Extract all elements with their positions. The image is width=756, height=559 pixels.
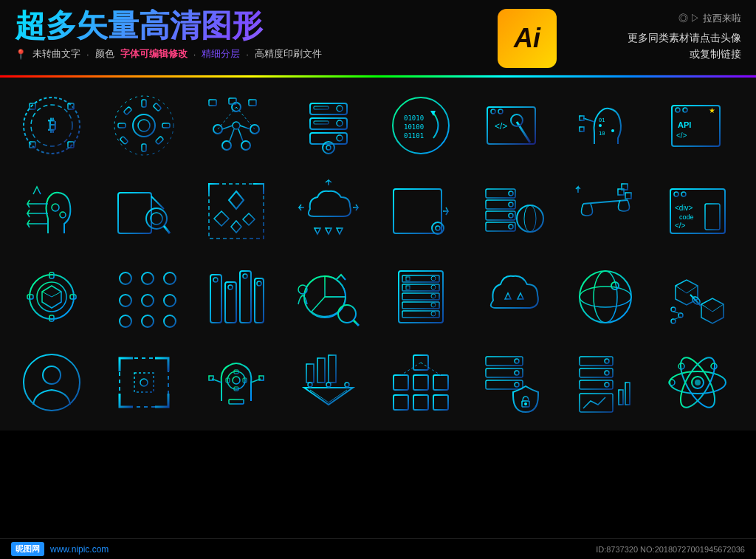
icon-gear-cube: [11, 256, 92, 337]
svg-rect-11: [118, 123, 126, 128]
svg-point-17: [114, 96, 173, 155]
svg-point-230: [140, 379, 148, 386]
svg-text:API: API: [678, 120, 691, 129]
svg-rect-229: [134, 373, 154, 392]
svg-rect-281: [625, 383, 630, 405]
svg-rect-97: [394, 189, 441, 233]
svg-rect-168: [225, 282, 236, 323]
svg-line-61: [583, 118, 594, 122]
svg-point-172: [228, 285, 233, 289]
svg-point-193: [431, 312, 436, 316]
header: 超多矢量高清图形 📍 未转曲文字 · 颜色 字体可编辑修改 · 精细分层 · 高…: [0, 0, 756, 75]
svg-point-277: [605, 371, 609, 375]
svg-rect-275: [580, 380, 613, 389]
svg-point-249: [345, 383, 349, 387]
svg-line-264: [421, 363, 441, 375]
svg-point-190: [431, 285, 436, 289]
svg-point-147: [142, 272, 154, 284]
svg-line-145: [52, 292, 61, 297]
icon-link-cubes: [657, 256, 738, 337]
svg-point-7: [133, 114, 155, 137]
svg-marker-88: [214, 211, 229, 226]
svg-point-225: [43, 366, 61, 384]
icon-cloud-data: [288, 171, 369, 252]
icon-balance-scale: [565, 171, 646, 252]
subtitle-text2: 颜色: [95, 47, 114, 61]
svg-rect-254: [394, 395, 408, 410]
svg-point-146: [120, 272, 131, 284]
svg-point-191: [431, 294, 436, 298]
svg-rect-108: [486, 222, 515, 231]
svg-rect-256: [433, 395, 448, 410]
icon-api-code: ★ API </>: [657, 85, 738, 166]
header-right-info: 更多同类素材请点击头像或复制链接: [579, 30, 741, 63]
svg-point-149: [120, 295, 131, 306]
svg-point-38: [337, 120, 343, 126]
subtitle-row: 📍 未转曲文字 · 颜色 字体可编辑修改 · 精细分层 · 高精度印刷文件: [15, 47, 475, 61]
svg-point-69: [676, 108, 680, 112]
svg-marker-90: [231, 221, 241, 233]
svg-rect-16: [155, 136, 163, 144]
dot1: ·: [86, 49, 89, 60]
svg-point-37: [337, 106, 343, 112]
svg-rect-244: [317, 358, 325, 383]
icon-spreadsheet-gear: [380, 171, 461, 252]
svg-point-173: [243, 274, 247, 278]
svg-rect-228: [120, 358, 168, 407]
svg-point-127: [681, 192, 686, 196]
pin-icon: 📍: [15, 49, 27, 60]
icon-network-squares: [380, 342, 461, 423]
svg-rect-243: [306, 364, 314, 383]
svg-point-112: [509, 224, 513, 229]
svg-rect-170: [255, 278, 264, 323]
svg-point-151: [164, 295, 176, 306]
svg-line-85: [151, 196, 164, 209]
svg-line-215: [701, 304, 712, 312]
svg-point-148: [164, 272, 176, 284]
svg-point-43: [326, 145, 331, 150]
svg-point-76: [60, 212, 66, 218]
svg-marker-87: [229, 191, 244, 209]
svg-line-212: [687, 286, 698, 293]
svg-rect-122: [625, 193, 631, 199]
svg-line-25: [222, 126, 233, 129]
svg-rect-274: [580, 368, 613, 377]
right-top-text: ◎ ▷ 拉西来啦: [678, 12, 741, 25]
icon-server-gear: [288, 85, 369, 166]
svg-point-59: [599, 124, 602, 127]
svg-point-174: [257, 281, 261, 286]
svg-point-269: [515, 371, 519, 375]
svg-line-26: [240, 126, 250, 129]
svg-line-28: [238, 129, 243, 141]
svg-point-232: [227, 371, 245, 389]
svg-rect-255: [413, 395, 428, 410]
svg-text:01: 01: [599, 117, 605, 123]
svg-rect-15: [120, 136, 128, 144]
svg-rect-31: [209, 100, 216, 106]
svg-rect-106: [486, 200, 515, 209]
svg-point-104: [436, 226, 440, 230]
ai-logo-text: Ai: [514, 25, 540, 52]
svg-point-189: [431, 276, 436, 281]
svg-line-263: [401, 363, 421, 375]
svg-point-272: [524, 402, 527, 405]
icon-globe-globe: [565, 256, 646, 337]
icon-blockchain-network: [103, 256, 185, 337]
icon-ai-head-circuit: 01 10: [565, 85, 646, 166]
svg-rect-195: [406, 286, 410, 289]
icon-grid-square: [103, 342, 185, 423]
svg-point-224: [24, 354, 80, 411]
svg-text:</>: </>: [675, 222, 686, 230]
svg-rect-14: [153, 103, 161, 111]
footer-url: www.nipic.com: [50, 544, 109, 555]
svg-point-70: [683, 108, 687, 112]
subtitle-text1: 未转曲文字: [32, 47, 80, 61]
icon-server-chart: [565, 342, 646, 423]
icon-web-code: <div> code </>: [657, 171, 738, 252]
svg-rect-40: [314, 106, 329, 109]
svg-text:10: 10: [599, 131, 605, 137]
svg-rect-33: [249, 100, 256, 106]
svg-point-126: [674, 192, 678, 196]
svg-rect-107: [486, 211, 515, 220]
dot2: ·: [193, 49, 196, 60]
